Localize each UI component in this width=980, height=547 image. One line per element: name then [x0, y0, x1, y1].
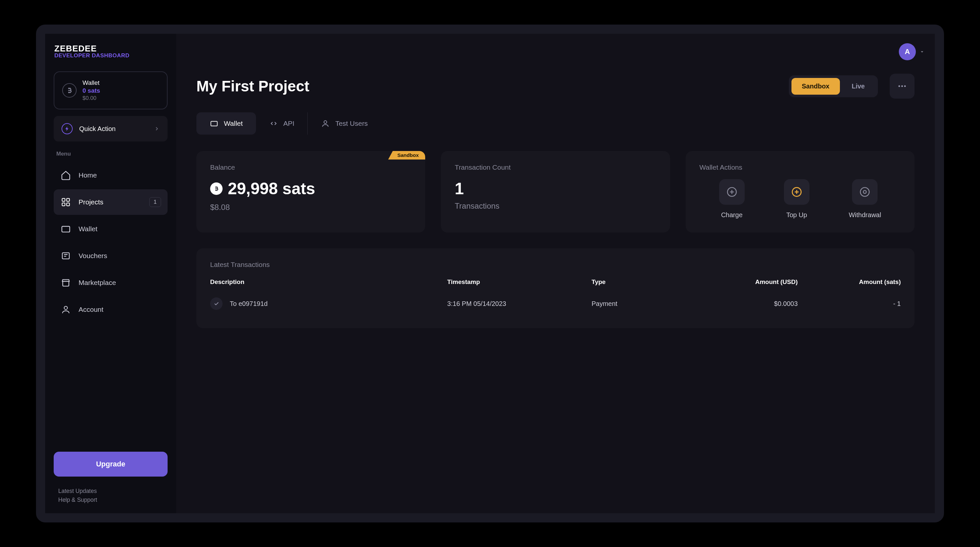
sandbox-toggle[interactable]: Sandbox — [791, 78, 840, 95]
bolt-icon — [62, 123, 73, 134]
wallet-icon — [210, 119, 219, 128]
latest-updates-link[interactable]: Latest Updates — [58, 488, 168, 494]
sandbox-ribbon: Sandbox — [388, 151, 425, 159]
tx-amount-sats: - 1 — [798, 300, 901, 308]
svg-point-7 — [899, 86, 900, 87]
user-icon — [321, 119, 330, 128]
tab-label: Wallet — [224, 120, 243, 128]
mode-toggle: Sandbox Live — [789, 75, 878, 97]
upgrade-button[interactable]: Upgrade — [54, 452, 168, 477]
svg-point-8 — [902, 86, 903, 87]
topup-icon — [784, 179, 810, 205]
col-description: Description — [210, 278, 447, 292]
withdrawal-label: Withdrawal — [849, 211, 881, 219]
code-icon — [269, 119, 278, 128]
balance-card: Sandbox Balance 29,998 sats $8.08 — [196, 151, 425, 233]
help-support-link[interactable]: Help & Support — [58, 496, 168, 504]
sidebar-item-label: Account — [78, 306, 161, 313]
svg-rect-10 — [211, 121, 217, 126]
sidebar-item-label: Marketplace — [78, 279, 161, 287]
svg-rect-2 — [62, 203, 65, 206]
svg-rect-5 — [62, 253, 69, 259]
balance-label: Balance — [210, 163, 412, 171]
sidebar-wallet-title: Wallet — [83, 79, 100, 86]
col-amount-usd: Amount (USD) — [695, 278, 798, 292]
charge-icon — [719, 179, 745, 205]
sidebar-item-wallet[interactable]: Wallet — [54, 216, 168, 242]
transaction-count-card: Transaction Count 1 Transactions — [441, 151, 670, 233]
col-amount-sats: Amount (sats) — [798, 278, 901, 292]
sidebar-item-label: Vouchers — [78, 252, 161, 260]
page-title: My First Project — [196, 77, 789, 95]
quick-action-label: Quick Action — [79, 125, 147, 132]
charge-action[interactable]: Charge — [719, 179, 745, 219]
col-timestamp: Timestamp — [447, 278, 592, 292]
chevron-right-icon — [154, 126, 160, 132]
tx-timestamp: 3:16 PM 05/14/2023 — [447, 300, 592, 308]
svg-rect-3 — [67, 203, 70, 206]
withdrawal-action[interactable]: Withdrawal — [849, 179, 881, 219]
topup-action[interactable]: Top Up — [784, 179, 810, 219]
wallet-actions-label: Wallet Actions — [700, 163, 901, 171]
sidebar-wallet-usd: $0.00 — [83, 95, 100, 102]
check-icon — [210, 297, 223, 310]
topup-label: Top Up — [786, 211, 807, 219]
tab-label: Test Users — [335, 120, 368, 128]
charge-label: Charge — [721, 211, 743, 219]
live-toggle[interactable]: Live — [841, 78, 875, 95]
quick-action-button[interactable]: Quick Action — [54, 116, 168, 142]
tab-wallet[interactable]: Wallet — [196, 112, 256, 135]
svg-point-9 — [904, 86, 906, 87]
bitcoin-icon — [62, 83, 76, 97]
sidebar-item-home[interactable]: Home — [54, 163, 168, 188]
caret-down-icon[interactable] — [919, 49, 925, 55]
balance-value: 29,998 sats — [228, 179, 315, 198]
avatar[interactable]: A — [899, 43, 916, 60]
tx-count-label: Transaction Count — [455, 163, 656, 171]
store-icon — [60, 277, 72, 288]
sidebar-wallet-balance: 0 sats — [83, 87, 100, 94]
tx-description: To e097191d — [230, 300, 268, 308]
home-icon — [60, 170, 72, 181]
sidebar-item-label: Wallet — [78, 225, 161, 233]
bitcoin-icon — [210, 182, 223, 195]
menu-header: Menu — [54, 151, 168, 163]
balance-usd: $8.08 — [210, 203, 412, 212]
svg-rect-4 — [62, 226, 70, 232]
more-button[interactable] — [890, 74, 915, 99]
tab-test-users[interactable]: Test Users — [308, 112, 381, 135]
svg-point-11 — [324, 121, 327, 123]
svg-point-14 — [861, 188, 869, 196]
sidebar-wallet-card[interactable]: Wallet 0 sats $0.00 — [54, 72, 168, 109]
sidebar-item-label: Projects — [78, 198, 142, 206]
tab-api[interactable]: API — [256, 112, 308, 135]
more-horizontal-icon — [897, 81, 907, 91]
sidebar-item-account[interactable]: Account — [54, 297, 168, 322]
tx-count-sub: Transactions — [455, 201, 656, 211]
tab-label: API — [283, 120, 294, 128]
sidebar-item-marketplace[interactable]: Marketplace — [54, 270, 168, 295]
tx-count-value: 1 — [455, 179, 656, 198]
tx-panel-title: Latest Transactions — [210, 261, 901, 269]
col-type: Type — [592, 278, 695, 292]
wallet-actions-card: Wallet Actions Charge Top Up — [686, 151, 915, 233]
sidebar-item-label: Home — [78, 171, 161, 179]
wallet-icon — [60, 223, 72, 234]
tx-amount-usd: $0.0003 — [695, 300, 798, 308]
brand-logo: ZEBEDEE DEVELOPER DASHBOARD — [54, 43, 168, 59]
withdrawal-icon — [852, 179, 878, 205]
brand-subtitle: DEVELOPER DASHBOARD — [54, 53, 168, 59]
voucher-icon — [60, 250, 72, 262]
sidebar-item-vouchers[interactable]: Vouchers — [54, 243, 168, 269]
table-row[interactable]: To e097191d 3:16 PM 05/14/2023 Payment $… — [210, 292, 901, 316]
tx-type: Payment — [592, 300, 695, 308]
svg-point-15 — [864, 191, 866, 194]
svg-point-6 — [64, 306, 67, 309]
latest-transactions-panel: Latest Transactions Description Timestam… — [196, 248, 915, 328]
user-icon — [60, 304, 72, 315]
svg-rect-0 — [62, 198, 65, 201]
svg-rect-1 — [67, 198, 70, 201]
sidebar-item-projects[interactable]: Projects 1 — [54, 189, 168, 215]
projects-count-badge: 1 — [149, 197, 161, 207]
grid-icon — [60, 196, 72, 208]
